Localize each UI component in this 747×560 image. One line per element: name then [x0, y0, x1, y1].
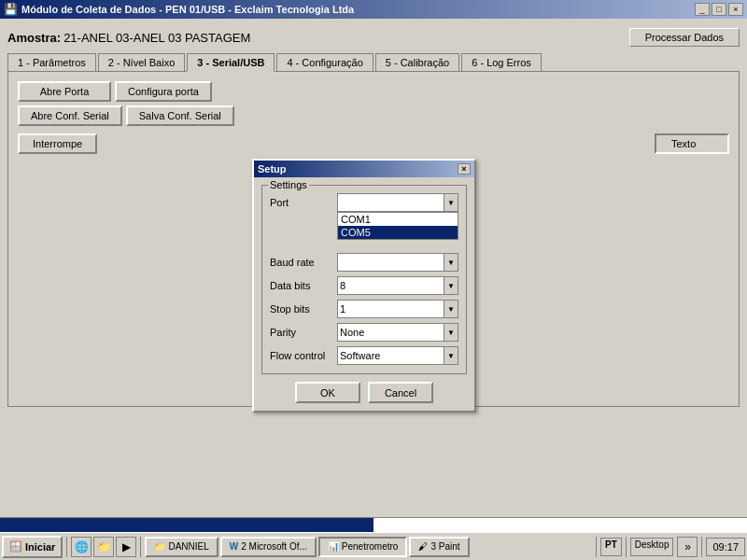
cancel-button[interactable]: Cancel	[368, 382, 433, 403]
parity-field-row: Parity None ▼	[270, 323, 458, 342]
desktop-label: Desktop	[630, 538, 674, 556]
port-option-com5[interactable]: COM5	[338, 226, 458, 239]
stopbits-label: Stop bits	[270, 303, 337, 315]
msoffice-label: 2 Microsoft Of...	[241, 541, 307, 552]
taskbar-separator-5	[701, 537, 702, 557]
sample-label: Amostra: 21-ANEL 03-ANEL 03 PASTAGEM	[7, 31, 250, 45]
close-btn[interactable]: ×	[728, 3, 743, 16]
tab-nivel[interactable]: 2 - Nível Baixo	[98, 53, 186, 72]
flowcontrol-label: Flow control	[270, 350, 337, 361]
port-options-list: COM1 COM5	[337, 212, 458, 240]
parity-dropdown-arrow[interactable]: ▼	[444, 323, 458, 342]
texto-label: Texto	[655, 133, 729, 154]
settings-group: Settings Port ▼ COM1 COM5 Baud rate	[261, 185, 467, 374]
setup-close-button[interactable]: ×	[458, 163, 471, 175]
taskbar: 🪟 Iniciar 🌐 📁 ▶ 📁 DANNIEL W 2 Microsoft …	[0, 532, 747, 560]
databits-value: 8	[340, 280, 345, 291]
taskbar-separator-1	[66, 537, 67, 557]
abre-porta-button[interactable]: Abre Porta	[18, 81, 111, 102]
databits-label: Data bits	[270, 280, 337, 291]
taskbar-separator-4	[626, 537, 627, 557]
port-dropdown-arrow[interactable]: ▼	[444, 193, 458, 212]
language-button[interactable]: PT	[600, 538, 622, 556]
configura-porta-button[interactable]: Configura porta	[115, 81, 212, 102]
taskbar-app-danniel[interactable]: 📁 DANNIEL	[145, 537, 218, 557]
taskbar-icon-media[interactable]: ▶	[116, 537, 136, 557]
baudrate-dropdown-arrow[interactable]: ▼	[444, 253, 458, 272]
baudrate-select[interactable]	[337, 253, 458, 272]
start-icon: 🪟	[9, 540, 22, 553]
tab-config[interactable]: 4 - Configuração	[276, 53, 373, 72]
databits-field-row: Data bits 8 ▼	[270, 276, 458, 295]
abre-conf-serial-button[interactable]: Abre Conf. Serial	[18, 105, 122, 126]
flowcontrol-value: Software	[340, 350, 380, 361]
taskbar-app-penetrometro[interactable]: 📊 Penetrometro	[318, 537, 408, 557]
system-clock: 09:17	[706, 538, 745, 556]
setup-dialog: Setup × Settings Port ▼ COM1 COM5	[252, 159, 476, 413]
penetrometro-label: Penetrometro	[342, 541, 399, 552]
sample-value: 21-ANEL 03-ANEL 03 PASTAGEM	[63, 31, 250, 45]
port-input[interactable]	[337, 193, 444, 212]
serial-btn-row-2: Abre Conf. Serial Salva Conf. Serial	[18, 105, 729, 126]
flowcontrol-select-wrapper: Software ▼	[337, 346, 458, 365]
taskbar-separator-2	[140, 537, 141, 557]
taskbar-app-msoffice[interactable]: W 2 Microsoft Of...	[220, 537, 317, 557]
start-label: Iniciar	[25, 541, 55, 553]
tab-log[interactable]: 6 - Log Erros	[461, 53, 542, 72]
progress-area	[0, 517, 747, 532]
settings-group-label: Settings	[268, 179, 309, 190]
taskbar-right: PT Desktop » 09:17	[596, 537, 745, 557]
port-option-com1[interactable]: COM1	[338, 213, 458, 226]
stopbits-value: 1	[340, 303, 345, 315]
title-bar: 💾 Módulo de Coleta de Dados - PEN 01/USB…	[0, 0, 747, 19]
start-button[interactable]: 🪟 Iniciar	[2, 536, 63, 558]
taskbar-app-paint[interactable]: 🖌 3 Paint	[409, 537, 469, 557]
stopbits-select-wrapper: 1 ▼	[337, 300, 458, 318]
parity-select-wrapper: None ▼	[337, 323, 458, 342]
progress-fill	[0, 518, 374, 532]
flowcontrol-field-row: Flow control Software ▼	[270, 346, 458, 365]
port-label: Port	[270, 197, 337, 208]
ok-button[interactable]: OK	[295, 382, 360, 403]
flowcontrol-dropdown-arrow[interactable]: ▼	[444, 346, 458, 365]
tab-calib[interactable]: 5 - Calibração	[375, 53, 459, 72]
paint-icon: 🖌	[418, 541, 428, 552]
process-data-button[interactable]: Processar Dados	[629, 28, 740, 47]
maximize-btn[interactable]: □	[712, 3, 726, 16]
tab-params[interactable]: 1 - Parâmetros	[7, 53, 96, 72]
window-controls: _ □ ×	[695, 3, 743, 16]
paint-label: 3 Paint	[430, 541, 459, 552]
taskbar-icon-ie[interactable]: 🌐	[71, 537, 92, 557]
desktop-arrow-button[interactable]: »	[677, 537, 698, 557]
tab-serial[interactable]: 3 - Serial/USB	[187, 53, 275, 72]
databits-dropdown-arrow[interactable]: ▼	[444, 276, 458, 295]
danniel-label: DANNIEL	[168, 541, 208, 552]
msoffice-icon: W	[230, 541, 238, 552]
tabs-bar: 1 - Parâmetros 2 - Nível Baixo 3 - Seria…	[7, 52, 740, 71]
databits-select-wrapper: 8 ▼	[337, 276, 458, 295]
dialog-buttons: OK Cancel	[261, 382, 467, 403]
window-icon: 💾	[4, 3, 18, 16]
setup-body: Settings Port ▼ COM1 COM5 Baud rate	[254, 177, 474, 411]
baudrate-select-wrapper: ▼	[337, 253, 458, 272]
setup-title-bar: Setup ×	[254, 161, 474, 177]
baudrate-field-row: Baud rate ▼	[270, 253, 458, 272]
salva-conf-serial-button[interactable]: Salva Conf. Serial	[126, 105, 234, 126]
minimize-btn[interactable]: _	[695, 3, 710, 16]
stopbits-dropdown-arrow[interactable]: ▼	[444, 300, 458, 318]
parity-value: None	[340, 327, 364, 338]
setup-dialog-title: Setup	[258, 163, 287, 175]
port-dropdown: ▼ COM1 COM5	[337, 193, 458, 212]
action-row: Interrompe Texto	[18, 133, 729, 154]
parity-label: Parity	[270, 327, 337, 338]
interrompe-button[interactable]: Interrompe	[18, 133, 97, 154]
serial-btn-row-1: Abre Porta Configura porta	[18, 81, 729, 102]
taskbar-separator-3	[596, 537, 597, 557]
penetrometro-icon: 📊	[328, 541, 339, 552]
sample-bar: Amostra: 21-ANEL 03-ANEL 03 PASTAGEM Pro…	[7, 22, 740, 52]
port-field-row: Port ▼ COM1 COM5	[270, 193, 458, 212]
taskbar-icon-folder[interactable]: 📁	[93, 537, 114, 557]
window-title: 💾 Módulo de Coleta de Dados - PEN 01/USB…	[4, 3, 354, 16]
stopbits-field-row: Stop bits 1 ▼	[270, 300, 458, 318]
baudrate-label: Baud rate	[270, 257, 337, 268]
